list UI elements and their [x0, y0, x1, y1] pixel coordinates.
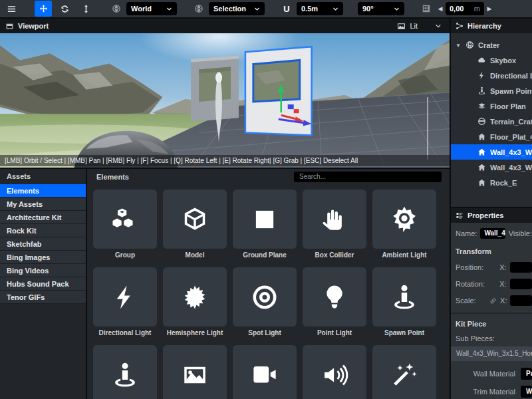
- viewport-canvas[interactable]: [LMB] Orbit / Select | [MMB] Pan | [RMB]…: [0, 33, 450, 168]
- assets-tab-my-assets[interactable]: My Assets: [0, 198, 86, 211]
- asset-tile-label: Group: [93, 251, 157, 259]
- rotation-label: Rotation:: [456, 280, 487, 288]
- asset-tile-thumbnail[interactable]: [163, 190, 227, 249]
- asset-tile-group[interactable]: Group: [93, 190, 157, 259]
- hierarchy-item-floor-plan[interactable]: Floor Plan: [451, 98, 532, 114]
- asset-tile-ambient-light[interactable]: Ambient Light: [372, 190, 436, 259]
- snap-translate-select[interactable]: 0.5m: [297, 2, 343, 15]
- grid-height-decrease-button[interactable]: ◀: [436, 5, 444, 12]
- asset-tile-thumbnail[interactable]: [372, 345, 436, 399]
- asset-tile[interactable]: [303, 345, 366, 399]
- asset-tile-thumbnail[interactable]: [372, 190, 436, 249]
- image-icon: [181, 361, 209, 389]
- chevron-down-icon: [254, 6, 260, 12]
- asset-tile-thumbnail[interactable]: [303, 267, 366, 327]
- snap-translate-value: 0.5m: [301, 5, 329, 13]
- asset-tile-thumbnail[interactable]: [233, 345, 297, 399]
- asset-tile-thumbnail[interactable]: [93, 267, 157, 327]
- name-input[interactable]: Wall_4x3_Win_3x1.5_H: [480, 228, 505, 239]
- rotate-tool-button[interactable]: [56, 1, 73, 17]
- asset-tile-thumbnail[interactable]: [303, 190, 366, 249]
- grid-height-increase-button[interactable]: ▶: [485, 5, 493, 12]
- assets-tab-elements[interactable]: Elements: [0, 184, 86, 198]
- right-column: Hierarchy ▾CraterSkyboxDirectional Light…: [451, 19, 532, 399]
- transform-section-title: Transform: [456, 247, 532, 255]
- trim-material-label: Trim Material: [456, 388, 521, 396]
- hierarchy-item-wall-4x3-win-3x1-5-h[interactable]: Wall_4x3_Win_3x1.5_H: [451, 144, 532, 160]
- asset-tile-label: Ambient Light: [372, 251, 436, 259]
- search-input[interactable]: [294, 172, 442, 182]
- assets-tab-rock-kit[interactable]: Rock Kit: [0, 224, 86, 237]
- assets-tab-bing-videos[interactable]: Bing Videos: [0, 264, 86, 277]
- hierarchy-item-label: Skybox: [490, 57, 516, 65]
- left-column: Viewport Lit: [0, 19, 451, 399]
- asset-tile[interactable]: [93, 345, 157, 399]
- hierarchy-item-rock-e[interactable]: Rock_E: [451, 175, 532, 190]
- asset-tile[interactable]: [372, 345, 436, 399]
- scale-tool-button[interactable]: [77, 1, 94, 17]
- hierarchy-item-label: Floor Plan: [490, 102, 526, 110]
- link-scale-icon[interactable]: [489, 297, 497, 305]
- hierarchy-item-skybox[interactable]: Skybox: [451, 53, 532, 68]
- menu-button[interactable]: [3, 1, 20, 17]
- hierarchy-item-terrain-crater1-glb[interactable]: Terrain_Crater1.glb: [451, 114, 532, 129]
- transform-pivot-value: Selection: [213, 5, 250, 13]
- hierarchy-item-directional-light[interactable]: Directional Light: [451, 68, 532, 83]
- transform-pivot-select[interactable]: Selection: [209, 2, 265, 15]
- hierarchy-item-floor-plat-4x4-base[interactable]: Floor_Plat_4x4_Base: [451, 129, 532, 144]
- wand-icon: [390, 361, 418, 389]
- wall-material-select[interactable]: PaintSatin: [521, 368, 532, 380]
- ambient-light-icon: [390, 205, 418, 233]
- scale-icon: [81, 4, 91, 14]
- assets-tab-hubs-sound-pack[interactable]: Hubs Sound Pack: [0, 277, 86, 291]
- asset-tile-thumbnail[interactable]: [233, 267, 297, 327]
- asset-tile-ground-plane[interactable]: Ground Plane: [233, 190, 297, 259]
- assets-tab-sketchfab[interactable]: Sketchfab: [0, 237, 86, 251]
- assets-tab-tenor-gifs[interactable]: Tenor GIFs: [0, 291, 86, 304]
- hierarchy-item-crater[interactable]: ▾Crater: [451, 37, 532, 53]
- kit-piece-icon: [477, 132, 486, 141]
- asset-tile-thumbnail[interactable]: [303, 345, 366, 399]
- assets-browser: Elements GroupModelGround PlaneBox Colli…: [87, 169, 450, 399]
- assets-tab-bing-images[interactable]: Bing Images: [0, 251, 86, 264]
- asset-tile-thumbnail[interactable]: [372, 267, 436, 327]
- asset-tile[interactable]: [163, 345, 227, 399]
- sub-piece-item[interactable]: Wall_4x3_Win_3x1.5_Horz_Ba: [451, 346, 532, 361]
- asset-tile-directional-light[interactable]: Directional Light: [93, 267, 157, 337]
- asset-tile-thumbnail[interactable]: [93, 345, 157, 399]
- hierarchy-icon: [456, 22, 464, 30]
- assets-tab-architecture-kit[interactable]: Architecture Kit: [0, 211, 86, 224]
- globe-icon: [466, 41, 474, 49]
- rotation-x-input[interactable]: [510, 279, 532, 289]
- position-x-input[interactable]: [510, 262, 532, 273]
- collapse-caret-icon[interactable]: ▾: [455, 42, 462, 49]
- hierarchy-item-wall-4x3-win-3x1-5-h[interactable]: Wall_4x3_Win_3x1.5_H: [451, 160, 532, 175]
- trim-material-select[interactable]: WoodBeam: [521, 386, 532, 398]
- chevron-down-icon: [332, 6, 338, 12]
- grid-height-input[interactable]: 0,00 m: [446, 2, 484, 15]
- asset-tile-box-collider[interactable]: Box Collider: [303, 190, 366, 259]
- asset-tile-model[interactable]: Model: [163, 190, 227, 259]
- scene-wall-unselected[interactable]: [191, 55, 239, 122]
- asset-tile-thumbnail[interactable]: [233, 190, 297, 249]
- properties-icon: [456, 211, 464, 219]
- asset-tile-hemisphere-light[interactable]: Hemisphere Light: [163, 267, 227, 337]
- asset-tile-spot-light[interactable]: Spot Light: [233, 267, 297, 337]
- scale-x-input[interactable]: [510, 295, 532, 306]
- asset-tile-thumbnail[interactable]: [163, 345, 227, 399]
- asset-tile-point-light[interactable]: Point Light: [303, 267, 366, 337]
- snap-rotate-select[interactable]: 90°: [358, 2, 404, 15]
- position-x-label: X:: [499, 263, 506, 271]
- rotation-x-label: X:: [499, 280, 506, 288]
- translate-tool-button[interactable]: [35, 1, 52, 17]
- transform-space-select[interactable]: World: [126, 2, 177, 15]
- position-label: Position:: [456, 263, 487, 271]
- render-mode-select[interactable]: Lit: [410, 22, 444, 30]
- asset-tile-thumbnail[interactable]: [163, 267, 227, 327]
- magnet-icon: U: [281, 3, 292, 14]
- audio-icon: [321, 361, 348, 389]
- asset-tile-thumbnail[interactable]: [93, 190, 157, 249]
- asset-tile-spawn-point[interactable]: Spawn Point: [372, 267, 436, 337]
- asset-tile[interactable]: [233, 345, 297, 399]
- hierarchy-item-spawn-point[interactable]: Spawn Point: [451, 83, 532, 98]
